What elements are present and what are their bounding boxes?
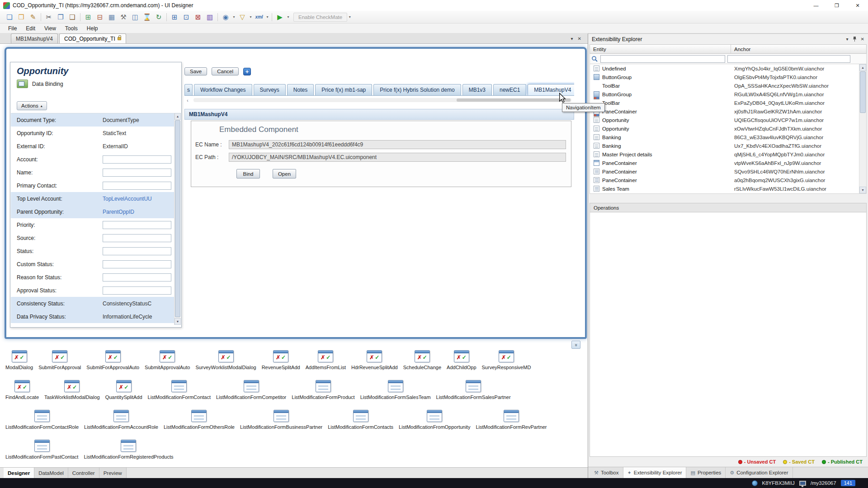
palette-item-revenuesplitadd[interactable]: ✗✓RevenueSplitAdd (262, 350, 300, 370)
palette-item-hdrrevenuesplitadd[interactable]: ✗✓HdrRevenueSplitAdd (351, 350, 398, 370)
xml-icon-dropdown[interactable]: ▾ (265, 12, 270, 23)
anchor-row[interactable]: ToolBarExPaZyDB04_0QaytLUKoRm.uianchor (590, 99, 866, 107)
run-icon[interactable]: ▶ (274, 12, 285, 23)
palette-item-listmodificationformcontacts[interactable]: ListModificationFormContacts (328, 410, 393, 430)
mode-tab-controller[interactable]: Controller (68, 468, 99, 478)
open-folder-icon[interactable]: ❒ (16, 12, 27, 23)
designer-tab-notes[interactable]: Notes (287, 84, 314, 95)
palette-item-listmodificationformregisteredproducts[interactable]: ListModificationFormRegisteredProducts (84, 440, 173, 460)
enable-checkmate-toggle[interactable]: Enable CheckMate (293, 13, 347, 22)
horizontal-scrollbar[interactable] (193, 98, 571, 102)
ec-name-input[interactable]: MB1MashupV4_202c61f6cd124b00914f61eeddd6… (229, 140, 566, 149)
field-input[interactable] (103, 221, 171, 229)
mode-tab-datamodel[interactable]: DataModel (34, 468, 68, 478)
doc-tab-mb1mashupv4[interactable]: MB1MashupV4 (11, 33, 58, 43)
panel-close-icon[interactable]: ✕ (861, 37, 864, 42)
anchor-row[interactable]: UndefinedXmgYhQsJo4kr_IqG5E0bmW.uianchor (590, 64, 866, 73)
history-icon[interactable]: ⌛ (142, 12, 152, 23)
palette-item-submitforapproval[interactable]: ✗✓SubmitForApproval (38, 350, 81, 370)
filter-icon[interactable]: ▽ (237, 12, 248, 23)
designer-tab-mb1mashupv4[interactable]: MB1MashupV4 (528, 84, 574, 95)
anchor-row[interactable]: Master Project detailsqMjSHL6_c4YopMQpbT… (590, 150, 866, 159)
palette-item-taskworklistmodaldialog[interactable]: ✗✓TaskWorklistModalDialog (44, 380, 100, 400)
mode-tab-preview[interactable]: Preview (99, 468, 127, 478)
designer-tab-surveys[interactable]: Surveys (254, 84, 286, 95)
menu-help[interactable]: Help (82, 24, 103, 33)
open-button[interactable]: Open (273, 169, 296, 178)
anchor-row[interactable]: PaneContainerSQvo9SHLc46WQ70hErNhlm.uian… (590, 167, 866, 176)
export-icon[interactable]: ⊟ (94, 12, 105, 23)
scroll-up-icon[interactable]: ▲ (859, 64, 866, 71)
preview-icon[interactable]: ◉ (220, 12, 231, 23)
palette-item-surveyresponsivemd[interactable]: ✗✓SurveyResponsiveMD (482, 350, 531, 370)
anchor-row[interactable]: ToolBarOpA_SSSaHKAnczXpecWbSW.uianchor (590, 81, 866, 90)
ec-path-input[interactable]: /YOKUJOBCY_MAIN/SRC/MB1MashupV4.EC.uicom… (229, 153, 566, 162)
anchor-row[interactable]: PaneContainervtpWveKS6aAhBFxl_nJp9W.uian… (590, 159, 866, 167)
deploy-icon[interactable]: ▦ (106, 12, 117, 23)
palette-item-listmodificationformothersrole[interactable]: ListModificationFormOthersRole (164, 410, 235, 430)
palette-item-listmodificationformbusinesspartner[interactable]: ListModificationFormBusinessPartner (240, 410, 322, 430)
field-input[interactable] (103, 169, 171, 177)
copy-icon[interactable]: ❐ (55, 12, 66, 23)
preview-icon-dropdown[interactable]: ▾ (231, 12, 236, 23)
palette-item-schedulechange[interactable]: ✗✓ScheduleChange (403, 350, 441, 370)
palette-item-listmodificationformsalespartner[interactable]: ListModificationFormSalesPartner (436, 380, 511, 400)
run-icon-dropdown[interactable]: ▾ (286, 12, 291, 23)
palette-item-quantitysplitadd[interactable]: ✗✓QuantitySplitAdd (105, 380, 142, 400)
anchor-row[interactable]: PaneContainerxj0sfhJ1RawGelKRZW1hAm.uian… (590, 107, 866, 116)
palette-item-submitapprovalauto[interactable]: ✗✓SubmitApprovalAuto (145, 350, 190, 370)
bind-button[interactable]: Bind (236, 169, 260, 178)
scroll-down-icon[interactable]: ▼ (175, 318, 181, 325)
scroll-down-icon[interactable]: ▼ (859, 187, 866, 193)
tools-icon[interactable]: ⚒ (118, 12, 129, 23)
explorer-scrollbar[interactable]: ▲ ▼ (859, 64, 866, 193)
palette-item-listmodificationformcontactrole[interactable]: ListModificationFormContactRole (5, 410, 79, 430)
field-input[interactable] (103, 182, 171, 190)
hierarchy-add-icon[interactable]: ⊞ (169, 12, 180, 23)
palette-item-submitforapprovalauto[interactable]: ✗✓SubmitForApprovalAuto (86, 350, 139, 370)
palette-item-listmodificationformaccountrole[interactable]: ListModificationFormAccountRole (84, 410, 158, 430)
designer-tab-newec1[interactable]: newEC1 (493, 84, 526, 95)
panel-tab-extensibility-explorer[interactable]: ✦Extensibility Explorer (623, 467, 687, 478)
field-input[interactable] (103, 260, 171, 268)
field-input[interactable] (103, 155, 171, 164)
hierarchy-delete-icon[interactable]: ⊠ (193, 12, 203, 23)
palette-item-addchildopp[interactable]: ✗✓AddChildOpp (447, 350, 476, 370)
panel-menu-icon[interactable]: ▾ (846, 37, 849, 42)
hierarchy-split-icon[interactable]: ⊡ (181, 12, 192, 23)
scrollbar-thumb[interactable] (860, 71, 866, 113)
field-link[interactable]: TopLevelAccountUU (103, 196, 152, 202)
actions-button[interactable]: Actions ▴ (17, 101, 47, 110)
field-link[interactable]: ParentOppID (103, 209, 134, 215)
filter-icon-dropdown[interactable]: ▾ (248, 12, 253, 23)
anchor-row[interactable]: Sales TeamrSLIvWkucFawW53Ll1wcDiLG.uianc… (590, 184, 866, 193)
search-icon[interactable] (591, 56, 598, 62)
doc-tab-close-button[interactable]: ✕ (578, 36, 581, 41)
save-button[interactable]: Save (184, 67, 207, 75)
refresh-icon[interactable]: ↻ (153, 12, 164, 23)
anchor-row[interactable]: ButtonGroupRGulLW0xA4lSQ6LnfVWg1m.uianch… (590, 90, 866, 99)
paste-icon[interactable]: ❑ (67, 12, 78, 23)
menu-edit[interactable]: Edit (21, 24, 40, 33)
doc-tab-cod-opportunity-ti[interactable]: COD_Opportunity_TI (59, 33, 126, 43)
scrollbar-thumb[interactable] (175, 120, 180, 317)
designer-tab-workflow-changes[interactable]: Workflow Changes (194, 84, 252, 95)
panel-tab-properties[interactable]: ▤Properties (686, 467, 726, 478)
palette-item-listmodificationformcompetitor[interactable]: ListModificationFormCompetitor (216, 380, 286, 400)
new-file-icon[interactable]: ❏ (4, 12, 15, 23)
xml-icon[interactable]: xml (254, 12, 264, 23)
entity-filter-input[interactable] (600, 55, 725, 63)
horizontal-scrollbar-thumb[interactable] (457, 99, 571, 102)
field-input[interactable] (103, 273, 171, 282)
anchor-row[interactable]: OpportunityxOwVtwrHZqluCnFJdhTXkm.uianch… (590, 124, 866, 133)
palette-item-findandlocate[interactable]: ✗✓FindAndLocate (5, 380, 39, 400)
maximize-button[interactable]: ❐ (826, 0, 847, 11)
palette-item-listmodificationformcontact[interactable]: ListModificationFormContact (148, 380, 211, 400)
doc-tab-menu-button[interactable]: ▾ (571, 36, 573, 41)
designer-tab-price-f-x-mb1-sap[interactable]: Price f(x) mb1-sap (315, 84, 372, 95)
layout-icon[interactable]: ◫ (130, 12, 141, 23)
panel-tab-configuration-explorer[interactable]: ⚙Configuration Explorer (726, 467, 793, 478)
add-tab-button[interactable]: + (243, 68, 251, 75)
entity-column-header[interactable]: Entity (590, 45, 731, 53)
anchor-row[interactable]: ButtonGroupOlgESbvPt4MyTojxfaPTK0.uianch… (590, 73, 866, 81)
